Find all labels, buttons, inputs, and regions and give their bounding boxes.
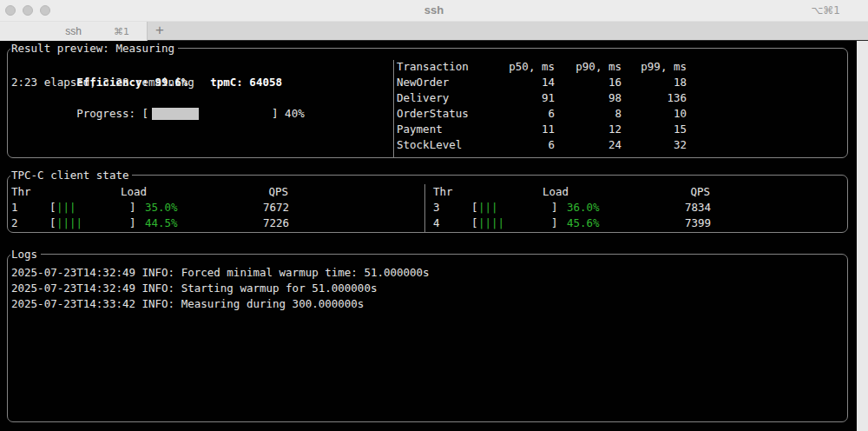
qps-value: 7226 <box>206 216 289 231</box>
load-bar: ||| <box>478 200 551 216</box>
load-bar-close: ] <box>129 200 136 216</box>
load-bar: |||| <box>56 216 129 231</box>
txn-name: Delivery <box>397 90 504 106</box>
table-row: NewOrder 14 16 18 <box>397 75 688 90</box>
terminal-window: ssh ⌥⌘1 ssh ⌘1 + Result preview: Measuri… <box>0 0 868 431</box>
log-line: 2025-07-23T14:32:49 INFO: Starting warmu… <box>11 281 430 296</box>
client-header-row: Thr Load QPS <box>433 184 841 200</box>
col-qps: QPS <box>627 184 710 200</box>
table-row: OrderStatus 6 8 10 <box>397 106 688 122</box>
vertical-divider <box>393 60 394 157</box>
col-p50: p50, ms <box>504 59 555 75</box>
title-bar: ssh ⌥⌘1 <box>0 0 868 22</box>
txn-p99: 136 <box>621 90 687 106</box>
thread-id: 4 <box>433 216 471 231</box>
tab-shortcut-hint: ⌘1 <box>114 26 147 37</box>
load-percent: 35.0% <box>145 200 194 216</box>
load-bar-close: ] <box>551 216 558 231</box>
result-preview-title: Result preview: Measuring <box>10 41 178 56</box>
tab-bar: ssh ⌘1 + <box>0 22 868 41</box>
txn-name: NewOrder <box>397 75 504 90</box>
terminal-content[interactable]: Result preview: Measuring Efficiency: 99… <box>0 41 868 431</box>
qps-value: 7399 <box>628 216 711 231</box>
vertical-divider <box>424 184 425 232</box>
load-percent: 44.5% <box>145 216 194 231</box>
thread-row: 4[||||]45.6%7399 <box>433 216 841 231</box>
window-title: ssh <box>0 3 868 17</box>
progress-bar-fill <box>152 108 199 120</box>
progress-percent-text: ] 40% <box>272 107 305 120</box>
txn-p99: 18 <box>621 75 687 90</box>
txn-p50: 11 <box>504 122 555 137</box>
logs-body: 2025-07-23T14:32:49 INFO: Forced minimal… <box>11 265 430 312</box>
txn-p90: 16 <box>555 75 621 90</box>
result-preview-summary: Efficiency: 99.6%tpmC: 64058 2:23 elapse… <box>11 59 305 106</box>
thread-id: 1 <box>11 200 49 216</box>
client-state-left-pane: Thr Load QPS 1[|||]35.0%7672 2[||||]44.5… <box>11 184 419 231</box>
result-preview-panel: Result preview: Measuring Efficiency: 99… <box>7 48 848 158</box>
tpmc-value: tpmC: 64058 <box>210 76 282 89</box>
logs-panel: Logs 2025-07-23T14:32:49 INFO: Forced mi… <box>7 254 848 422</box>
load-bar-open: [ <box>49 216 56 231</box>
qps-value: 7672 <box>206 200 289 216</box>
txn-p50: 14 <box>504 75 555 90</box>
load-bar-close: ] <box>551 200 558 216</box>
log-line: 2025-07-23T14:32:49 INFO: Forced minimal… <box>11 265 430 281</box>
txn-p50: 6 <box>504 137 555 153</box>
col-qps: QPS <box>205 184 288 200</box>
txn-p99: 32 <box>621 137 687 153</box>
txn-p90: 98 <box>555 90 621 106</box>
txn-p99: 10 <box>621 106 687 122</box>
txn-p90: 24 <box>555 137 621 153</box>
col-transaction: Transaction <box>397 59 504 75</box>
window-shortcut-hint: ⌥⌘1 <box>812 4 840 17</box>
qps-value: 7834 <box>628 200 711 216</box>
progress-bar <box>152 108 268 120</box>
logs-title: Logs <box>10 247 41 262</box>
table-row: StockLevel 6 24 32 <box>397 137 688 153</box>
load-bar-open: [ <box>49 200 56 216</box>
load-percent: 45.6% <box>567 216 615 231</box>
table-row: Payment 11 12 15 <box>397 122 688 137</box>
load-bar: |||| <box>478 216 551 231</box>
client-state-right-pane: Thr Load QPS 3[|||]36.0%7834 4[||||]45.6… <box>433 184 841 231</box>
col-p99: p99, ms <box>621 59 687 75</box>
thread-row: 2[||||]44.5%7226 <box>11 216 419 231</box>
progress-label: Progress: [ <box>76 107 148 120</box>
thread-row: 1[|||]35.0%7672 <box>11 200 419 216</box>
client-header-row: Thr Load QPS <box>11 184 419 200</box>
txn-name: OrderStatus <box>397 106 504 122</box>
load-bar-open: [ <box>471 200 478 216</box>
client-state-panel: TPC-C client state Thr Load QPS 1[|||]35… <box>7 175 848 233</box>
col-load: Load <box>542 184 569 200</box>
txn-p50: 6 <box>504 106 555 122</box>
tab-ssh[interactable]: ssh ⌘1 <box>0 22 148 41</box>
load-bar-open: [ <box>471 216 478 231</box>
txn-p90: 8 <box>555 106 621 122</box>
load-bar: ||| <box>56 200 129 216</box>
load-bar-close: ] <box>129 216 136 231</box>
txn-p90: 12 <box>555 122 621 137</box>
load-percent: 36.0% <box>567 200 615 216</box>
txn-name: StockLevel <box>397 137 504 153</box>
col-load: Load <box>121 184 147 200</box>
tab-label: ssh <box>0 25 114 37</box>
log-line: 2025-07-23T14:33:42 INFO: Measuring duri… <box>11 296 430 312</box>
thread-id: 3 <box>433 200 471 216</box>
client-state-title: TPC-C client state <box>10 168 132 183</box>
txn-p99: 15 <box>621 122 687 137</box>
col-thr: Thr <box>11 184 31 200</box>
col-p90: p90, ms <box>555 59 621 75</box>
table-row: Delivery 91 98 136 <box>397 90 688 106</box>
new-tab-button[interactable]: + <box>148 22 172 41</box>
transaction-latency-table: Transaction p50, ms p90, ms p99, ms NewO… <box>397 59 688 153</box>
table-header-row: Transaction p50, ms p90, ms p99, ms <box>397 59 688 75</box>
thread-row: 3[|||]36.0%7834 <box>433 200 841 216</box>
txn-name: Payment <box>397 122 504 137</box>
thread-id: 2 <box>11 216 49 231</box>
col-thr: Thr <box>433 184 453 200</box>
txn-p50: 91 <box>504 90 555 106</box>
scrollbar-track[interactable] <box>857 41 868 431</box>
